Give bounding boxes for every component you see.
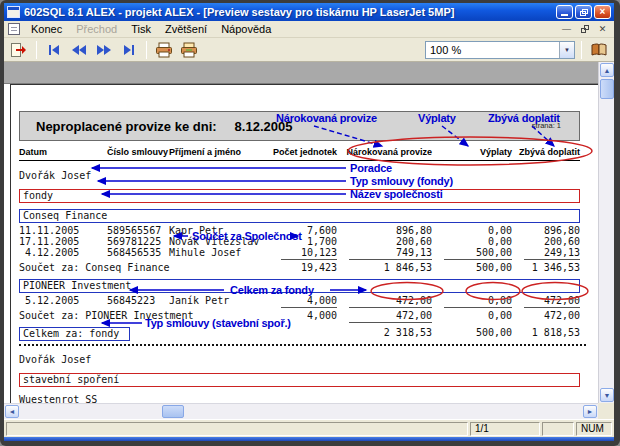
data-row: 5.12.2005 56845223 Janík Petr 4,000 472,… (19, 295, 580, 308)
company-row: Wuestenrot SS (19, 389, 598, 403)
claimed-cell: 200,60 (349, 236, 432, 247)
combo-dropdown-button[interactable]: ▼ (559, 42, 574, 58)
status-num-lock-cell: NUM (576, 422, 612, 436)
report-date: 8.12.2005 (217, 119, 293, 134)
company-row: Conseq Finance (19, 205, 598, 223)
menu-tisk[interactable]: Tisk (124, 22, 158, 36)
prev-page-button[interactable] (68, 40, 90, 60)
restore-icon (580, 9, 588, 16)
menubar: Konec Přechod Tisk Zvětšení Nápověda — ✕ (4, 21, 614, 38)
zoom-combobox[interactable]: 100 % ▼ (425, 41, 575, 59)
app-window: 602SQL 8.1 ALEX - projekt ALEX - [Previe… (4, 3, 614, 441)
print-options-button[interactable] (178, 40, 200, 60)
col-prijmeni-jmeno: Příjmení a jméno (169, 147, 269, 158)
screenshot-frame: 602SQL 8.1 ALEX - projekt ALEX - [Previe… (0, 0, 620, 446)
report-header-band: Neproplacené provize ke dni: 8.12.2005 s… (19, 111, 580, 141)
name-cell: Janík Petr (169, 295, 269, 308)
due-cell: 472,00 (524, 295, 580, 308)
menu-konec[interactable]: Konec (24, 22, 69, 36)
page-number-label: strana: 1 (532, 121, 561, 130)
due-cell: 200,60 (524, 236, 580, 247)
help-book-icon (590, 42, 608, 57)
mdi-restore-button[interactable] (577, 23, 592, 36)
mdi-minimize-button[interactable]: — (559, 23, 574, 36)
menu-zvetseni[interactable]: Zvětšení (158, 22, 214, 36)
advisor-name: Dvořák Josef (19, 165, 598, 183)
contract-type-sporeni: stavební spoření (19, 373, 580, 387)
zoom-value: 100 % (426, 44, 559, 56)
column-header-row: Datum Číslo smlouvy Příjmení a jméno Poč… (19, 147, 580, 158)
company-conseq: Conseq Finance (19, 209, 580, 223)
col-pocet-jednotek: Počet jednotek (269, 147, 337, 158)
window-title: 602SQL 8.1 ALEX - projekt ALEX - [Previe… (24, 6, 556, 18)
print-button[interactable] (153, 40, 175, 60)
minimize-button[interactable] (556, 5, 573, 19)
claimed-cell: 896,80 (349, 225, 432, 236)
date-cell: 4.12.2005 (19, 247, 107, 260)
next-page-icon (96, 44, 112, 56)
horizontal-scroll-thumb[interactable] (162, 405, 184, 418)
restore-button[interactable] (575, 5, 592, 19)
next-page-button[interactable] (93, 40, 115, 60)
menu-napoveda[interactable]: Nápověda (214, 22, 278, 36)
print-icon (155, 42, 173, 58)
minimize-icon (561, 14, 568, 16)
hscroll-row: ◄ ► (4, 403, 614, 419)
exit-preview-icon (10, 42, 28, 58)
exit-preview-button[interactable] (8, 40, 30, 60)
mdi-close-button[interactable]: ✕ (595, 23, 610, 36)
close-button[interactable]: × (594, 5, 611, 19)
name-cell: Mihule Josef (169, 247, 269, 260)
col-vyplaty: Výplaty (432, 147, 512, 158)
status-message-cell (6, 422, 468, 436)
due-cell: 1 818,53 (524, 327, 580, 341)
mdi-document-icon[interactable] (8, 23, 20, 35)
units-cell: 1,700 (281, 236, 337, 247)
horizontal-scrollbar[interactable]: ◄ ► (4, 403, 598, 419)
first-page-icon (46, 44, 62, 56)
col-cislo-smlouvy: Číslo smlouvy (107, 147, 169, 158)
contract-cell: 568456535 (107, 247, 169, 260)
claimed-cell: 1 846,53 (349, 262, 432, 273)
chevron-down-icon: ▼ (564, 47, 570, 53)
company-wuestenrot: Wuestenrot SS (19, 394, 97, 403)
due-cell: 896,80 (524, 225, 580, 236)
paid-cell: 0,00 (444, 310, 512, 323)
contract-type-row: fondy (19, 185, 598, 203)
date-cell: 11.11.2005 (19, 225, 107, 236)
toolbar-separator (146, 41, 147, 59)
header-rule (19, 160, 580, 161)
report-page: Neproplacené provize ke dni: 8.12.2005 s… (10, 84, 598, 403)
company-total-row: Součet za: PIONEER Investment 4,000 472,… (19, 310, 580, 323)
mdi-restore-icon (581, 25, 589, 33)
first-page-button[interactable] (43, 40, 65, 60)
contract-cell: 589565567 (107, 225, 169, 236)
scrollbar-corner (598, 403, 614, 419)
statusbar: 1/1 NUM (4, 419, 614, 437)
scroll-left-button[interactable]: ◄ (5, 405, 19, 418)
toolbar-separator (36, 41, 37, 59)
advisor-name: Dvořák Josef (19, 349, 598, 367)
last-page-button[interactable] (118, 40, 140, 60)
status-spacer-cell (542, 422, 574, 436)
paid-cell: 500,00 (444, 247, 512, 260)
data-row: 17.11.2005 569781225 Novák Vítězslav 1,7… (19, 236, 580, 247)
scroll-right-button[interactable]: ► (583, 405, 597, 418)
paid-cell: 0,00 (444, 295, 512, 308)
col-zbyva-doplatit: Zbývá doplatit (512, 147, 580, 158)
titlebar: 602SQL 8.1 ALEX - projekt ALEX - [Previe… (4, 3, 614, 21)
name-cell: Novák Vítězslav (169, 236, 269, 247)
date-cell: 5.12.2005 (19, 295, 107, 308)
close-icon: × (600, 7, 606, 17)
help-button[interactable] (588, 40, 610, 60)
paid-cell: 0,00 (444, 236, 512, 247)
scroll-up-button[interactable]: ▲ (600, 63, 614, 77)
due-cell: 1 346,53 (524, 262, 580, 273)
company-total-row: Součet za: Conseq Finance 19,423 1 846,5… (19, 262, 580, 273)
vertical-scroll-thumb[interactable] (600, 79, 614, 99)
scroll-down-button[interactable]: ▼ (600, 388, 614, 402)
due-cell: 472,00 (524, 310, 580, 323)
vertical-scrollbar[interactable]: ▲ ▼ (598, 62, 614, 403)
prev-page-icon (71, 44, 87, 56)
units-cell (281, 327, 337, 341)
